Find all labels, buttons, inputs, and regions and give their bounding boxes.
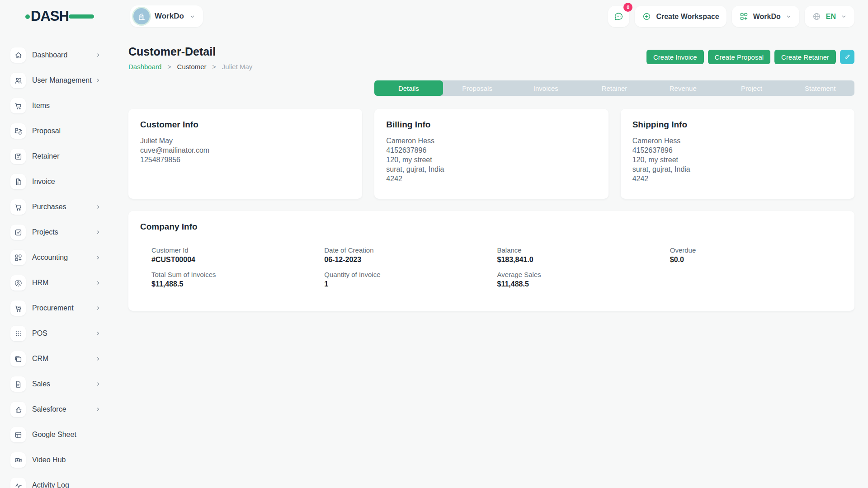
- sidebar-item-label: Purchases: [32, 203, 66, 211]
- sidebar-item-label: POS: [32, 329, 47, 338]
- sidebar-item-invoice[interactable]: Invoice: [0, 169, 113, 194]
- breadcrumb-item-customer[interactable]: Customer: [177, 63, 207, 70]
- workspace-switcher[interactable]: WorkDo: [130, 5, 203, 27]
- sidebar-item-crm[interactable]: CRM: [0, 346, 113, 371]
- sidebar-item-retainer[interactable]: Retainer: [0, 144, 113, 169]
- tab-revenue[interactable]: Revenue: [649, 80, 717, 96]
- plus-circle-icon: [642, 12, 651, 21]
- building-icon: [133, 8, 150, 24]
- dots-grid-icon: [10, 326, 26, 341]
- tab-retainer[interactable]: Retainer: [580, 80, 649, 96]
- chevron-right-icon: [95, 330, 101, 337]
- check-square-icon: [10, 225, 26, 240]
- create-retainer-button[interactable]: Create Retainer: [774, 50, 836, 64]
- chevron-right-icon: [95, 406, 101, 413]
- file-icon: [10, 174, 26, 189]
- create-proposal-button[interactable]: Create Proposal: [708, 50, 770, 64]
- card-title: Shipping Info: [632, 120, 843, 130]
- sidebar-item-label: Activity Log: [32, 481, 69, 488]
- sidebar-item-hrm[interactable]: HRM: [0, 270, 113, 296]
- app-switcher[interactable]: WorkDo: [732, 6, 799, 27]
- page-title-block: Customer-Detail Dashboard>Customer>Julie…: [128, 45, 252, 70]
- create-workspace-label: Create Workspace: [656, 13, 719, 21]
- sidebar-item-activity-log[interactable]: Activity Log: [0, 473, 113, 488]
- card-lines: Cameron Hess4152637896120, my streetsura…: [632, 136, 843, 183]
- tabs: DetailsProposalsInvoicesRetainerRevenueP…: [374, 80, 854, 96]
- edit-customer-button[interactable]: [840, 50, 854, 64]
- company-field-balance: Balance$183,841.0: [497, 246, 670, 264]
- sidebar-item-label: CRM: [32, 355, 48, 363]
- field-label: Balance: [497, 246, 670, 254]
- users-icon: [10, 73, 26, 88]
- sidebar-item-user-management[interactable]: User Management: [0, 68, 113, 93]
- breadcrumb-item-juliet-may: Juliet May: [222, 63, 253, 70]
- info-cards-row: Customer InfoJuliet Maycuve@mailinator.c…: [128, 109, 854, 199]
- tab-invoices[interactable]: Invoices: [511, 80, 580, 96]
- card-lines: Cameron Hess4152637896120, my streetsura…: [386, 136, 596, 183]
- create-invoice-button[interactable]: Create Invoice: [646, 50, 704, 64]
- card-line: 1254879856: [140, 155, 350, 164]
- grid-plus-icon: [10, 250, 26, 265]
- thumbs-up-icon: [10, 402, 26, 417]
- sidebar-item-accounting[interactable]: Accounting: [0, 245, 113, 270]
- sidebar-item-purchases[interactable]: Purchases: [0, 194, 113, 220]
- card-title: Customer Info: [140, 120, 350, 130]
- tab-statement[interactable]: Statement: [786, 80, 854, 96]
- company-field-total-sum-of-invoices: Total Sum of Invoices$11,488.5: [151, 271, 324, 288]
- cart-chart-icon: [10, 300, 26, 316]
- sidebar-item-video-hub[interactable]: Video Hub: [0, 447, 113, 473]
- app-logo[interactable]: DASH: [31, 6, 99, 26]
- tab-proposals[interactable]: Proposals: [443, 80, 512, 96]
- sidebar-item-label: HRM: [32, 279, 48, 287]
- topbar-right: 0 Create Workspace WorkDo EN: [608, 6, 854, 27]
- chevron-right-icon: [95, 356, 101, 362]
- save-icon: [10, 149, 26, 164]
- pencil-icon: [844, 53, 851, 61]
- sidebar-item-sales[interactable]: Sales: [0, 371, 113, 397]
- chevron-right-icon: [95, 381, 101, 387]
- sidebar-item-label: Proposal: [32, 127, 61, 135]
- sidebar-item-procurement[interactable]: Procurement: [0, 296, 113, 321]
- tab-project[interactable]: Project: [717, 80, 786, 96]
- sidebar-item-dashboard[interactable]: Dashboard: [0, 42, 113, 68]
- field-label: Total Sum of Invoices: [151, 271, 324, 278]
- card-line: Juliet May: [140, 136, 350, 145]
- sidebar-item-label: Salesforce: [32, 405, 66, 413]
- sidebar-item-salesforce[interactable]: Salesforce: [0, 397, 113, 422]
- breadcrumb-separator: >: [167, 63, 171, 70]
- tab-details[interactable]: Details: [374, 80, 443, 96]
- company-info-grid: Customer Id#CUST00004Date of Creation06-…: [151, 246, 843, 288]
- logo-bar: [69, 14, 94, 19]
- field-label: Date of Creation: [324, 246, 497, 254]
- chevron-right-icon: [95, 52, 101, 58]
- sidebar-item-label: Procurement: [32, 304, 74, 312]
- sidebar: DashboardUser ManagementItemsProposalRet…: [0, 33, 113, 488]
- sidebar-item-label: Accounting: [32, 253, 68, 262]
- chevron-right-icon: [95, 204, 101, 210]
- sidebar-item-projects[interactable]: Projects: [0, 220, 113, 245]
- field-label: Overdue: [670, 246, 843, 254]
- sidebar-item-items[interactable]: Items: [0, 93, 113, 118]
- field-value: $11,488.5: [151, 280, 324, 288]
- sidebar-item-label: Video Hub: [32, 456, 66, 464]
- card-line: 4152637896: [632, 145, 843, 155]
- card-line: 4152637896: [386, 145, 596, 155]
- card-line: cuve@mailinator.com: [140, 145, 350, 155]
- breadcrumb: Dashboard>Customer>Juliet May: [128, 63, 252, 70]
- breadcrumb-separator: >: [212, 63, 216, 70]
- sidebar-item-pos[interactable]: POS: [0, 321, 113, 346]
- sidebar-item-label: Sales: [32, 380, 50, 388]
- grid-plus-icon: [739, 12, 749, 21]
- sidebar-item-proposal[interactable]: Proposal: [0, 118, 113, 144]
- create-workspace-button[interactable]: Create Workspace: [635, 6, 726, 27]
- breadcrumb-item-dashboard[interactable]: Dashboard: [128, 63, 161, 70]
- chevron-right-icon: [95, 305, 101, 311]
- table-icon: [10, 427, 26, 442]
- sidebar-item-google-sheet[interactable]: Google Sheet: [0, 422, 113, 447]
- logo-dot: [25, 14, 30, 19]
- language-selector[interactable]: EN: [805, 6, 854, 27]
- file-lines-icon: [10, 376, 26, 392]
- messages-button[interactable]: 0: [608, 6, 629, 27]
- sidebar-item-label: Retainer: [32, 152, 59, 160]
- sidebar-item-label: Items: [32, 102, 50, 110]
